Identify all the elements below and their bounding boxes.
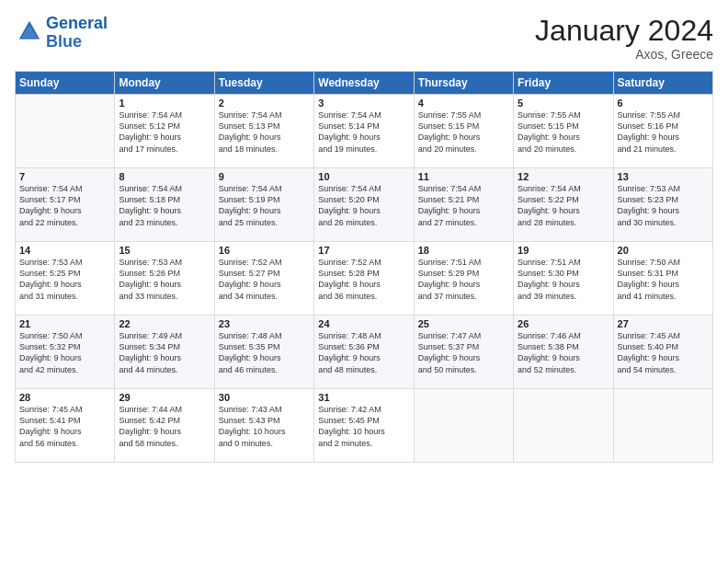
day-number: 23 bbox=[219, 318, 310, 329]
day-cell: 25Sunrise: 7:47 AM Sunset: 5:37 PM Dayli… bbox=[414, 316, 513, 389]
week-row-1: 7Sunrise: 7:54 AM Sunset: 5:17 PM Daylig… bbox=[16, 168, 713, 242]
logo: General Blue bbox=[15, 15, 108, 52]
col-saturday: Saturday bbox=[613, 72, 712, 95]
day-info: Sunrise: 7:52 AM Sunset: 5:27 PM Dayligh… bbox=[219, 257, 310, 302]
day-cell bbox=[514, 389, 613, 463]
day-number: 18 bbox=[418, 245, 509, 256]
day-cell: 24Sunrise: 7:48 AM Sunset: 5:36 PM Dayli… bbox=[314, 316, 414, 389]
day-info: Sunrise: 7:46 AM Sunset: 5:38 PM Dayligh… bbox=[518, 330, 609, 375]
day-number: 29 bbox=[119, 392, 210, 403]
day-number: 12 bbox=[518, 171, 609, 182]
day-cell bbox=[414, 389, 513, 463]
day-number: 19 bbox=[518, 245, 609, 256]
day-info: Sunrise: 7:43 AM Sunset: 5:43 PM Dayligh… bbox=[219, 404, 310, 449]
day-cell: 13Sunrise: 7:53 AM Sunset: 5:23 PM Dayli… bbox=[613, 168, 712, 242]
day-number: 28 bbox=[19, 392, 110, 403]
day-cell bbox=[613, 389, 712, 463]
day-info: Sunrise: 7:55 AM Sunset: 5:16 PM Dayligh… bbox=[618, 109, 709, 155]
day-info: Sunrise: 7:47 AM Sunset: 5:37 PM Dayligh… bbox=[418, 330, 509, 375]
day-number: 14 bbox=[19, 245, 110, 256]
day-number: 1 bbox=[119, 98, 210, 109]
week-row-0: 1Sunrise: 7:54 AM Sunset: 5:12 PM Daylig… bbox=[16, 95, 713, 168]
logo-text: General bbox=[46, 15, 108, 33]
day-cell: 20Sunrise: 7:50 AM Sunset: 5:31 PM Dayli… bbox=[613, 242, 712, 316]
day-info: Sunrise: 7:54 AM Sunset: 5:22 PM Dayligh… bbox=[518, 183, 609, 228]
week-row-3: 21Sunrise: 7:50 AM Sunset: 5:32 PM Dayli… bbox=[16, 316, 713, 389]
day-info: Sunrise: 7:54 AM Sunset: 5:21 PM Dayligh… bbox=[418, 183, 509, 228]
page-container: General Blue January 2024 Axos, Greece S… bbox=[0, 0, 728, 470]
col-wednesday: Wednesday bbox=[314, 72, 414, 95]
day-info: Sunrise: 7:54 AM Sunset: 5:14 PM Dayligh… bbox=[318, 109, 409, 155]
logo-icon bbox=[17, 18, 42, 44]
day-cell: 4Sunrise: 7:55 AM Sunset: 5:15 PM Daylig… bbox=[414, 95, 513, 168]
col-monday: Monday bbox=[115, 72, 214, 95]
day-number: 27 bbox=[618, 318, 709, 329]
day-cell: 1Sunrise: 7:54 AM Sunset: 5:12 PM Daylig… bbox=[115, 95, 214, 168]
calendar-body: 1Sunrise: 7:54 AM Sunset: 5:12 PM Daylig… bbox=[16, 95, 713, 463]
day-info: Sunrise: 7:42 AM Sunset: 5:45 PM Dayligh… bbox=[318, 404, 409, 449]
day-info: Sunrise: 7:49 AM Sunset: 5:34 PM Dayligh… bbox=[119, 330, 210, 375]
day-cell: 21Sunrise: 7:50 AM Sunset: 5:32 PM Dayli… bbox=[16, 316, 115, 389]
logo-text2: Blue bbox=[46, 33, 108, 52]
day-cell: 6Sunrise: 7:55 AM Sunset: 5:16 PM Daylig… bbox=[613, 95, 712, 168]
col-sunday: Sunday bbox=[16, 72, 115, 95]
day-number: 7 bbox=[19, 171, 110, 182]
day-info: Sunrise: 7:55 AM Sunset: 5:15 PM Dayligh… bbox=[518, 109, 609, 155]
day-info: Sunrise: 7:52 AM Sunset: 5:28 PM Dayligh… bbox=[318, 257, 409, 302]
day-cell: 3Sunrise: 7:54 AM Sunset: 5:14 PM Daylig… bbox=[314, 95, 414, 168]
day-cell: 27Sunrise: 7:45 AM Sunset: 5:40 PM Dayli… bbox=[613, 316, 712, 389]
day-number: 22 bbox=[119, 318, 210, 329]
day-info: Sunrise: 7:45 AM Sunset: 5:41 PM Dayligh… bbox=[19, 404, 110, 449]
header-row: Sunday Monday Tuesday Wednesday Thursday… bbox=[16, 72, 713, 95]
day-number: 15 bbox=[119, 245, 210, 256]
day-cell: 26Sunrise: 7:46 AM Sunset: 5:38 PM Dayli… bbox=[514, 316, 613, 389]
day-info: Sunrise: 7:54 AM Sunset: 5:19 PM Dayligh… bbox=[219, 183, 310, 228]
day-cell: 28Sunrise: 7:45 AM Sunset: 5:41 PM Dayli… bbox=[16, 389, 115, 463]
day-cell: 8Sunrise: 7:54 AM Sunset: 5:18 PM Daylig… bbox=[115, 168, 214, 242]
day-cell: 19Sunrise: 7:51 AM Sunset: 5:30 PM Dayli… bbox=[514, 242, 613, 316]
calendar-table: Sunday Monday Tuesday Wednesday Thursday… bbox=[15, 71, 713, 463]
day-info: Sunrise: 7:45 AM Sunset: 5:40 PM Dayligh… bbox=[618, 330, 709, 375]
day-cell: 2Sunrise: 7:54 AM Sunset: 5:13 PM Daylig… bbox=[214, 95, 313, 168]
day-number: 24 bbox=[318, 318, 409, 329]
day-cell: 11Sunrise: 7:54 AM Sunset: 5:21 PM Dayli… bbox=[414, 168, 513, 242]
day-number: 25 bbox=[418, 318, 509, 329]
day-cell: 23Sunrise: 7:48 AM Sunset: 5:35 PM Dayli… bbox=[214, 316, 313, 389]
day-cell: 9Sunrise: 7:54 AM Sunset: 5:19 PM Daylig… bbox=[214, 168, 313, 242]
day-number: 17 bbox=[318, 245, 409, 256]
month-title: January 2024 bbox=[535, 15, 713, 47]
day-cell bbox=[16, 95, 115, 168]
day-number: 5 bbox=[518, 98, 609, 109]
day-cell: 15Sunrise: 7:53 AM Sunset: 5:26 PM Dayli… bbox=[115, 242, 214, 316]
day-number: 3 bbox=[318, 98, 409, 109]
day-info: Sunrise: 7:54 AM Sunset: 5:12 PM Dayligh… bbox=[119, 109, 210, 155]
day-info: Sunrise: 7:55 AM Sunset: 5:15 PM Dayligh… bbox=[418, 109, 509, 155]
day-number: 11 bbox=[418, 171, 509, 182]
day-number: 8 bbox=[119, 171, 210, 182]
day-info: Sunrise: 7:51 AM Sunset: 5:29 PM Dayligh… bbox=[418, 257, 509, 302]
day-cell: 30Sunrise: 7:43 AM Sunset: 5:43 PM Dayli… bbox=[214, 389, 313, 463]
day-number: 9 bbox=[219, 171, 310, 182]
day-info: Sunrise: 7:48 AM Sunset: 5:35 PM Dayligh… bbox=[219, 330, 310, 375]
day-info: Sunrise: 7:50 AM Sunset: 5:31 PM Dayligh… bbox=[618, 257, 709, 302]
day-info: Sunrise: 7:54 AM Sunset: 5:18 PM Dayligh… bbox=[119, 183, 210, 228]
day-cell: 18Sunrise: 7:51 AM Sunset: 5:29 PM Dayli… bbox=[414, 242, 513, 316]
day-cell: 22Sunrise: 7:49 AM Sunset: 5:34 PM Dayli… bbox=[115, 316, 214, 389]
day-info: Sunrise: 7:51 AM Sunset: 5:30 PM Dayligh… bbox=[518, 257, 609, 302]
week-row-4: 28Sunrise: 7:45 AM Sunset: 5:41 PM Dayli… bbox=[16, 389, 713, 463]
day-info: Sunrise: 7:54 AM Sunset: 5:13 PM Dayligh… bbox=[219, 109, 310, 155]
day-cell: 7Sunrise: 7:54 AM Sunset: 5:17 PM Daylig… bbox=[16, 168, 115, 242]
day-number: 20 bbox=[618, 245, 709, 256]
day-cell: 29Sunrise: 7:44 AM Sunset: 5:42 PM Dayli… bbox=[115, 389, 214, 463]
day-info: Sunrise: 7:48 AM Sunset: 5:36 PM Dayligh… bbox=[318, 330, 409, 375]
location: Axos, Greece bbox=[535, 47, 713, 62]
day-info: Sunrise: 7:54 AM Sunset: 5:17 PM Dayligh… bbox=[19, 183, 110, 228]
day-number: 6 bbox=[618, 98, 709, 109]
header: General Blue January 2024 Axos, Greece bbox=[15, 15, 713, 62]
day-info: Sunrise: 7:54 AM Sunset: 5:20 PM Dayligh… bbox=[318, 183, 409, 228]
week-row-2: 14Sunrise: 7:53 AM Sunset: 5:25 PM Dayli… bbox=[16, 242, 713, 316]
day-info: Sunrise: 7:53 AM Sunset: 5:25 PM Dayligh… bbox=[19, 257, 110, 302]
day-number: 10 bbox=[318, 171, 409, 182]
day-number: 13 bbox=[618, 171, 709, 182]
day-number: 31 bbox=[318, 392, 409, 403]
